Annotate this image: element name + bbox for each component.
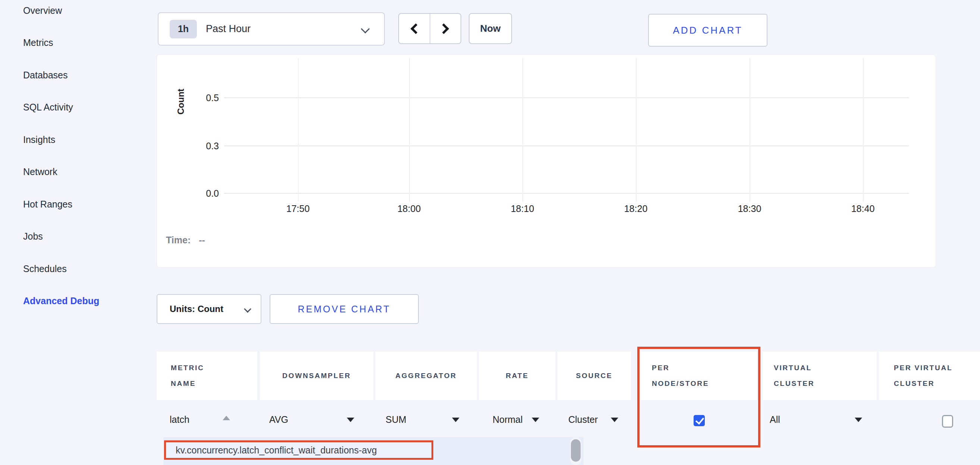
now-button[interactable]: Now	[469, 13, 512, 44]
column-header-source: SOURCE	[557, 352, 631, 400]
column-header-downsampler: DOWNSAMPLER	[260, 352, 373, 400]
column-header-rate: RATE	[479, 352, 556, 400]
time-range-label: Past Hour	[206, 23, 251, 35]
source-select[interactable]: Cluster	[568, 414, 598, 425]
gridline	[224, 145, 909, 146]
hover-time-readout: Time:--	[166, 235, 205, 246]
remove-chart-button[interactable]: REMOVE CHART	[270, 294, 419, 324]
caret-down-icon[interactable]	[532, 418, 539, 422]
units-select-label: Units: Count	[170, 304, 223, 314]
caret-down-icon[interactable]	[347, 418, 354, 422]
sidebar-item-schedules[interactable]: Schedules	[23, 263, 67, 275]
per-virtual-cluster-checkbox[interactable]	[942, 415, 953, 428]
x-tick-label: 18:20	[610, 203, 662, 214]
gridline	[749, 58, 750, 202]
x-tick-label: 17:50	[272, 203, 324, 214]
sidebar-item-jobs[interactable]: Jobs	[23, 230, 43, 242]
gridline	[636, 58, 636, 202]
y-tick-label: 0.5	[193, 93, 219, 103]
time-range-badge: 1h	[170, 20, 197, 38]
suggestion-label: kv.concurrency.latch_conflict_wait_durat…	[176, 445, 377, 456]
sidebar-item-sql-activity[interactable]: SQL Activity	[23, 101, 73, 113]
per-node-store-checkbox[interactable]	[694, 415, 705, 426]
column-header-per-node-store: PER NODE/STORE	[641, 352, 757, 400]
sidebar-item-overview[interactable]: Overview	[23, 5, 62, 16]
advanced-debug-custom-chart-page: Overview Metrics Databases SQL Activity …	[0, 0, 980, 465]
column-header-aggregator: AGGREGATOR	[375, 352, 477, 400]
gridline	[298, 58, 299, 202]
time-value: --	[199, 235, 205, 245]
downsampler-select[interactable]: AVG	[269, 414, 288, 425]
time-label: Time:	[166, 235, 191, 245]
y-axis-label: Count	[176, 89, 186, 115]
chevron-left-icon	[410, 23, 421, 34]
metric-name-input[interactable]: latch	[170, 414, 189, 425]
prev-time-window-button[interactable]	[399, 14, 430, 43]
gridline	[224, 97, 909, 98]
column-header-virtual-cluster: VIRTUAL CLUSTER	[763, 352, 877, 400]
caret-up-icon[interactable]	[223, 416, 230, 420]
time-window-arrows	[398, 13, 461, 44]
add-chart-button[interactable]: ADD CHART	[648, 14, 767, 46]
gridline	[224, 193, 909, 194]
chevron-down-icon	[361, 24, 369, 33]
x-tick-label: 18:30	[724, 203, 776, 214]
caret-down-icon[interactable]	[452, 418, 460, 422]
sidebar-item-network[interactable]: Network	[23, 166, 57, 177]
sidebar-item-metrics[interactable]: Metrics	[23, 37, 53, 48]
autocomplete-suggestion[interactable]: kv.concurrency.latch_conflict_wait_durat…	[164, 440, 433, 460]
dropdown-scrollbar-thumb[interactable]	[571, 439, 581, 462]
virtual-cluster-select[interactable]: All	[770, 414, 780, 425]
aggregator-select[interactable]: SUM	[386, 414, 406, 425]
custom-chart-card: Count 0.5 0.3 0.0 17:50 18:00 18:10 18:2…	[157, 54, 936, 268]
caret-down-icon[interactable]	[855, 418, 862, 422]
chevron-down-icon	[244, 305, 251, 313]
y-tick-label: 0.3	[193, 141, 219, 152]
caret-down-icon[interactable]	[611, 418, 618, 422]
sidebar-item-insights[interactable]: Insights	[23, 134, 55, 145]
column-header-metric-name: METRIC NAME	[157, 352, 257, 400]
column-header-per-virtual-cluster: PER VIRTUAL CLUSTER	[879, 352, 980, 400]
gridline	[409, 58, 410, 202]
chevron-right-icon	[439, 23, 449, 34]
y-tick-label: 0.0	[193, 188, 219, 199]
sidebar-item-hot-ranges[interactable]: Hot Ranges	[23, 198, 72, 210]
x-tick-label: 18:40	[837, 203, 889, 214]
gridline	[863, 58, 864, 202]
sidebar-item-databases[interactable]: Databases	[23, 69, 68, 81]
next-time-window-button[interactable]	[430, 14, 461, 43]
x-tick-label: 18:10	[496, 203, 549, 214]
x-tick-label: 18:00	[383, 203, 435, 214]
rate-select[interactable]: Normal	[493, 414, 523, 425]
sidebar-item-advanced-debug[interactable]: Advanced Debug	[23, 295, 99, 307]
gridline	[522, 58, 523, 202]
units-select[interactable]: Units: Count	[157, 294, 261, 324]
time-range-select[interactable]: 1h Past Hour	[158, 12, 385, 46]
